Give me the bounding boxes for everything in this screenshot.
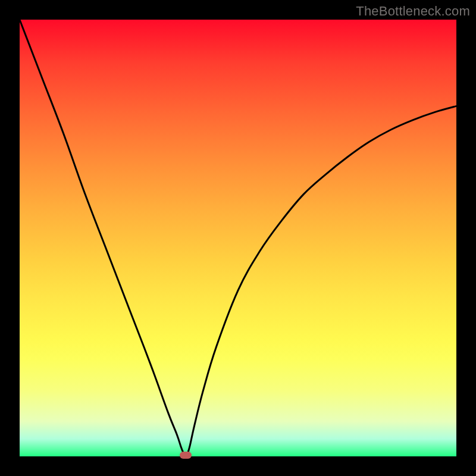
- optimal-marker: [180, 452, 192, 459]
- chart-frame: TheBottleneck.com: [0, 0, 476, 476]
- bottleneck-curve: [20, 20, 456, 456]
- plot-area: [20, 20, 456, 456]
- curve-svg: [20, 20, 456, 456]
- watermark-text: TheBottleneck.com: [356, 4, 470, 19]
